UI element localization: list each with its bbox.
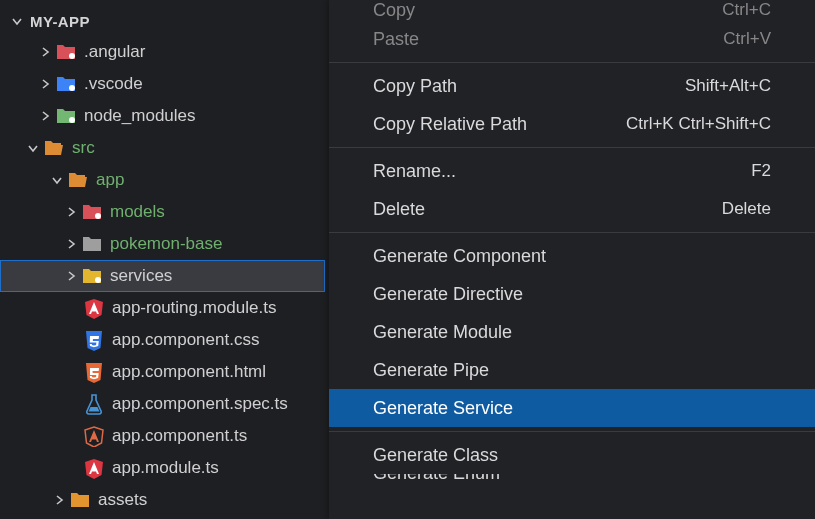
menu-shortcut: Delete [722, 199, 771, 219]
html-icon [82, 360, 106, 384]
menu-delete[interactable]: Delete Delete [329, 190, 815, 228]
tree-folder-angular[interactable]: .angular [0, 36, 325, 68]
tree-label: app [96, 170, 124, 190]
chevron-down-icon [48, 171, 66, 189]
menu-rename[interactable]: Rename... F2 [329, 152, 815, 190]
tree-label: services [110, 266, 172, 286]
chevron-down-icon [8, 12, 26, 30]
menu-separator [329, 62, 815, 63]
tree-folder-node-modules[interactable]: node_modules [0, 100, 325, 132]
menu-shortcut: F2 [751, 161, 771, 181]
tree-label: .angular [84, 42, 145, 62]
menu-copy-path[interactable]: Copy Path Shift+Alt+C [329, 67, 815, 105]
menu-shortcut: Shift+Alt+C [685, 76, 771, 96]
tree-file-component-ts[interactable]: app.component.ts [0, 420, 325, 452]
chevron-down-icon [24, 139, 42, 157]
folder-icon [68, 488, 92, 512]
tree-label: app.component.ts [112, 426, 247, 446]
chevron-right-icon [36, 43, 54, 61]
tree-file-routing[interactable]: app-routing.module.ts [0, 292, 325, 324]
chevron-right-icon [62, 235, 80, 253]
tree-label: app.component.html [112, 362, 266, 382]
tree-folder-models[interactable]: models [0, 196, 325, 228]
folder-icon [54, 40, 78, 64]
tree-label: app.component.spec.ts [112, 394, 288, 414]
tree-label: node_modules [84, 106, 196, 126]
file-explorer: MY-APP .angular .vscode node_modules src… [0, 0, 325, 519]
chevron-right-icon [36, 107, 54, 125]
menu-label: Generate Component [373, 246, 546, 267]
menu-label: Delete [373, 199, 425, 220]
tree-label: app.component.css [112, 330, 259, 350]
menu-generate-pipe[interactable]: Generate Pipe [329, 351, 815, 389]
menu-generate-component[interactable]: Generate Component [329, 237, 815, 275]
menu-generate-service[interactable]: Generate Service [329, 389, 815, 427]
tree-folder-assets[interactable]: assets [0, 484, 325, 516]
menu-separator [329, 431, 815, 432]
menu-generate-enum[interactable]: Generate Enum [329, 474, 815, 484]
menu-copy-relative-path[interactable]: Copy Relative Path Ctrl+K Ctrl+Shift+C [329, 105, 815, 143]
menu-shortcut: Ctrl+V [723, 29, 771, 49]
menu-shortcut: Ctrl+C [722, 0, 771, 20]
tree-label: app.module.ts [112, 458, 219, 478]
menu-label: Generate Pipe [373, 360, 489, 381]
folder-open-icon [66, 168, 90, 192]
chevron-right-icon [36, 75, 54, 93]
folder-open-icon [42, 136, 66, 160]
menu-generate-module[interactable]: Generate Module [329, 313, 815, 351]
menu-label: Generate Class [373, 445, 498, 466]
angular-outline-icon [82, 424, 106, 448]
menu-separator [329, 147, 815, 148]
tree-file-css[interactable]: app.component.css [0, 324, 325, 356]
menu-label: Generate Enum [373, 474, 500, 484]
tree-file-spec[interactable]: app.component.spec.ts [0, 388, 325, 420]
menu-label: Paste [373, 29, 419, 50]
menu-generate-directive[interactable]: Generate Directive [329, 275, 815, 313]
project-title: MY-APP [30, 13, 90, 30]
menu-label: Generate Module [373, 322, 512, 343]
tree-label: src [72, 138, 95, 158]
menu-paste[interactable]: Paste Ctrl+V [329, 20, 815, 58]
menu-label: Rename... [373, 161, 456, 182]
project-header[interactable]: MY-APP [0, 8, 325, 36]
tree-label: .vscode [84, 74, 143, 94]
tree-file-app-module[interactable]: app.module.ts [0, 452, 325, 484]
folder-icon [80, 200, 104, 224]
menu-label: Generate Directive [373, 284, 523, 305]
menu-generate-class[interactable]: Generate Class [329, 436, 815, 474]
tree-file-html[interactable]: app.component.html [0, 356, 325, 388]
tree-folder-pokemon-base[interactable]: pokemon-base [0, 228, 325, 260]
flask-icon [82, 392, 106, 416]
tree-label: pokemon-base [110, 234, 222, 254]
menu-label: Copy Relative Path [373, 114, 527, 135]
folder-icon [80, 232, 104, 256]
chevron-right-icon [62, 203, 80, 221]
angular-icon [82, 296, 106, 320]
menu-shortcut: Ctrl+K Ctrl+Shift+C [626, 114, 771, 134]
tree-folder-services[interactable]: services [0, 260, 325, 292]
tree-label: models [110, 202, 165, 222]
menu-label: Copy Path [373, 76, 457, 97]
tree-folder-vscode[interactable]: .vscode [0, 68, 325, 100]
chevron-right-icon [50, 491, 68, 509]
context-menu: Copy Ctrl+C Paste Ctrl+V Copy Path Shift… [329, 0, 815, 519]
chevron-right-icon [62, 267, 80, 285]
css-icon [82, 328, 106, 352]
menu-label: Generate Service [373, 398, 513, 419]
tree-folder-app[interactable]: app [0, 164, 325, 196]
menu-copy[interactable]: Copy Ctrl+C [329, 0, 815, 20]
folder-icon [54, 104, 78, 128]
tree-folder-src[interactable]: src [0, 132, 325, 164]
tree-label: app-routing.module.ts [112, 298, 276, 318]
tree-label: assets [98, 490, 147, 510]
folder-icon [54, 72, 78, 96]
menu-separator [329, 232, 815, 233]
angular-icon [82, 456, 106, 480]
folder-icon [80, 264, 104, 288]
menu-label: Copy [373, 0, 415, 21]
